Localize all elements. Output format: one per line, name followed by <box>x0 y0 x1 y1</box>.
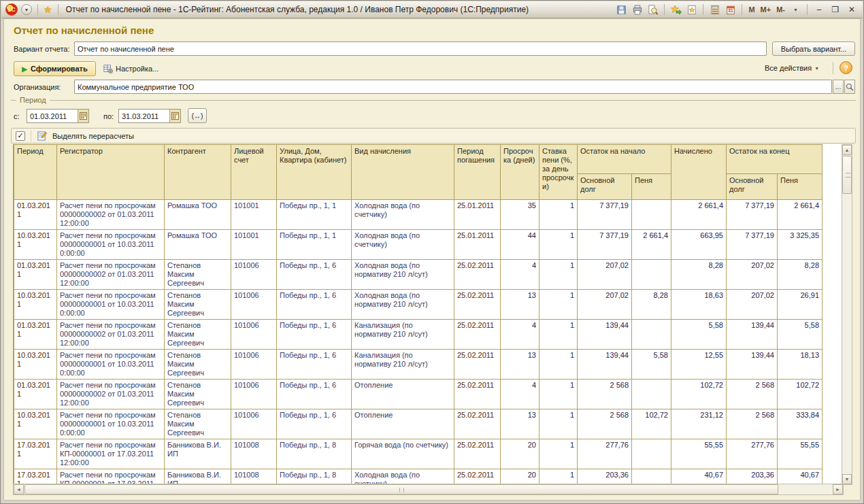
maximize-button[interactable]: ❒ <box>829 3 842 16</box>
toolbar-overflow-icon[interactable]: ▼ <box>789 3 802 16</box>
cell-start_main[interactable]: 7 377,19 <box>578 200 632 230</box>
save-icon[interactable] <box>615 3 628 16</box>
cell-accrual[interactable]: Отопление <box>352 409 454 439</box>
cell-accrued[interactable]: 55,55 <box>671 439 727 469</box>
cell-end_penalty[interactable]: 2 661,4 <box>778 200 823 230</box>
cell-address[interactable]: Победы пр., 1, 1 <box>277 230 352 260</box>
cell-period[interactable]: 01.03.2011 <box>14 380 57 409</box>
cell-registrar[interactable]: Расчет пени по просрочкам 00000000002 от… <box>57 260 165 290</box>
cell-overdue_days[interactable]: 4 <box>501 260 539 290</box>
cell-contragent[interactable]: Банникова В.И. ИП <box>165 439 231 469</box>
cell-start_penalty[interactable]: 2 661,4 <box>632 230 671 260</box>
cell-account[interactable]: 101006 <box>231 260 277 290</box>
cell-due_date[interactable]: 25.01.2011 <box>454 230 501 260</box>
cell-start_penalty[interactable]: 5,58 <box>632 350 671 380</box>
cell-accrual[interactable]: Отопление <box>352 380 454 409</box>
period-range-button[interactable]: (↔) <box>188 108 207 123</box>
cell-accrual[interactable]: Холодная вода (по счетчику) <box>352 230 454 260</box>
horizontal-scrollbar[interactable]: ◄ ► <box>13 484 844 495</box>
cell-address[interactable]: Победы пр., 1, 6 <box>277 260 352 290</box>
cell-due_date[interactable]: 25.02.2011 <box>454 350 501 380</box>
cell-end_penalty[interactable]: 5,58 <box>778 320 823 350</box>
cell-start_main[interactable]: 277,76 <box>578 439 632 469</box>
cell-rate[interactable]: 1 <box>539 200 578 230</box>
scroll-down-icon[interactable]: ▼ <box>842 474 852 484</box>
cell-overdue_days[interactable]: 44 <box>501 230 539 260</box>
memory-add-button[interactable]: M+ <box>759 5 773 14</box>
cell-start_penalty[interactable] <box>632 380 671 409</box>
cell-account[interactable]: 101001 <box>231 230 277 260</box>
cell-registrar[interactable]: Расчет пени по просрочкам 00000000001 от… <box>57 230 165 260</box>
col-header-registrar[interactable]: Регистратор <box>57 145 165 200</box>
cell-accrual[interactable]: Холодная вода (по нормативу 210 л/сут) <box>352 290 454 320</box>
go-favorites-icon[interactable] <box>669 3 682 16</box>
cell-period[interactable]: 10.03.2011 <box>14 290 57 320</box>
cell-end_main[interactable]: 2 568 <box>727 409 778 439</box>
cell-accrual[interactable]: Холодная вода (по счетчику) <box>352 200 454 230</box>
cell-start_main[interactable]: 2 568 <box>578 409 632 439</box>
memory-recall-button[interactable]: M <box>747 5 756 14</box>
ellipsis-button[interactable]: ... <box>833 80 844 94</box>
cell-registrar[interactable]: Расчет пени по просрочкам 00000000002 от… <box>57 380 165 409</box>
col-header-end-penalty[interactable]: Пеня <box>778 174 823 200</box>
col-header-contragent[interactable]: Контрагент <box>165 145 231 200</box>
cell-rate[interactable]: 1 <box>539 260 578 290</box>
cell-accrual[interactable]: Горячая вода (по счетчику) <box>352 439 454 469</box>
cell-registrar[interactable]: Расчет пени по просрочкам 00000000002 от… <box>57 200 165 230</box>
cell-end_penalty[interactable]: 102,72 <box>778 380 823 409</box>
cell-end_penalty[interactable]: 55,55 <box>778 439 823 469</box>
variant-input[interactable] <box>74 41 767 56</box>
col-header-end-main[interactable]: Основной долг <box>727 174 778 200</box>
cell-end_penalty[interactable]: 26,91 <box>778 290 823 320</box>
calendar-icon[interactable]: 31 <box>724 3 737 16</box>
cell-rate[interactable]: 1 <box>539 439 578 469</box>
cell-period[interactable]: 01.03.2011 <box>14 260 57 290</box>
minimize-button[interactable]: – <box>812 3 826 16</box>
cell-contragent[interactable]: Степанов Максим Сергеевич <box>165 409 231 439</box>
cell-registrar[interactable]: Расчет пени по просрочкам 00000000002 от… <box>57 320 165 350</box>
cell-registrar[interactable]: Расчет пени по просрочкам 00000000001 от… <box>57 350 165 380</box>
col-header-accrual[interactable]: Вид начисления <box>352 145 454 200</box>
cell-start_main[interactable]: 139,44 <box>578 320 632 350</box>
cell-end_main[interactable]: 207,02 <box>727 290 778 320</box>
app-logo-icon[interactable]: 1С <box>5 3 18 16</box>
cell-account[interactable]: 101006 <box>231 290 277 320</box>
cell-start_main[interactable]: 139,44 <box>578 350 632 380</box>
cell-account[interactable]: 101001 <box>231 200 277 230</box>
cell-end_main[interactable]: 207,02 <box>727 260 778 290</box>
cell-start_penalty[interactable]: 8,28 <box>632 290 671 320</box>
cell-period[interactable]: 01.03.2011 <box>14 320 57 350</box>
cell-due_date[interactable]: 25.02.2011 <box>454 320 501 350</box>
col-header-start-penalty[interactable]: Пеня <box>632 174 671 200</box>
cell-account[interactable]: 101006 <box>231 320 277 350</box>
cell-address[interactable]: Победы пр., 1, 1 <box>277 200 352 230</box>
cell-rate[interactable]: 1 <box>539 380 578 409</box>
help-button[interactable]: ? <box>840 61 852 74</box>
cell-account[interactable]: 101006 <box>231 350 277 380</box>
cell-start_main[interactable]: 2 568 <box>578 380 632 409</box>
favorites-star-icon[interactable]: ★ <box>44 5 52 14</box>
cell-end_main[interactable]: 7 377,19 <box>727 200 778 230</box>
cell-end_main[interactable]: 2 568 <box>727 380 778 409</box>
cell-period[interactable]: 10.03.2011 <box>14 350 57 380</box>
cell-start_main[interactable]: 207,02 <box>578 290 632 320</box>
cell-end_penalty[interactable]: 333,84 <box>778 409 823 439</box>
cell-address[interactable]: Победы пр., 1, 6 <box>277 409 352 439</box>
cell-contragent[interactable]: Ромашка ТОО <box>165 230 231 260</box>
cell-rate[interactable]: 1 <box>539 320 578 350</box>
cell-period[interactable]: 10.03.2011 <box>14 409 57 439</box>
cell-start_penalty[interactable] <box>632 200 671 230</box>
cell-period[interactable]: 01.03.2011 <box>14 200 57 230</box>
system-menu-icon[interactable]: ▼ <box>21 4 32 15</box>
choose-variant-button[interactable]: Выбрать вариант... <box>772 41 855 56</box>
col-header-period[interactable]: Период <box>14 145 57 200</box>
generate-button[interactable]: ▶ Сформировать <box>14 61 96 76</box>
search-icon[interactable] <box>844 80 855 94</box>
organization-input[interactable] <box>74 80 832 94</box>
cell-accrual[interactable]: Канализация (по нормативу 210 л/сут) <box>352 320 454 350</box>
vertical-scroll-thumb[interactable] <box>842 156 852 194</box>
highlight-recalc-checkbox[interactable]: ✓ <box>16 131 25 141</box>
col-header-end-balance[interactable]: Остаток на конец <box>727 145 823 174</box>
col-header-address[interactable]: Улица, Дом, Квартира (кабинет) <box>277 145 352 200</box>
cell-start_main[interactable]: 207,02 <box>578 260 632 290</box>
